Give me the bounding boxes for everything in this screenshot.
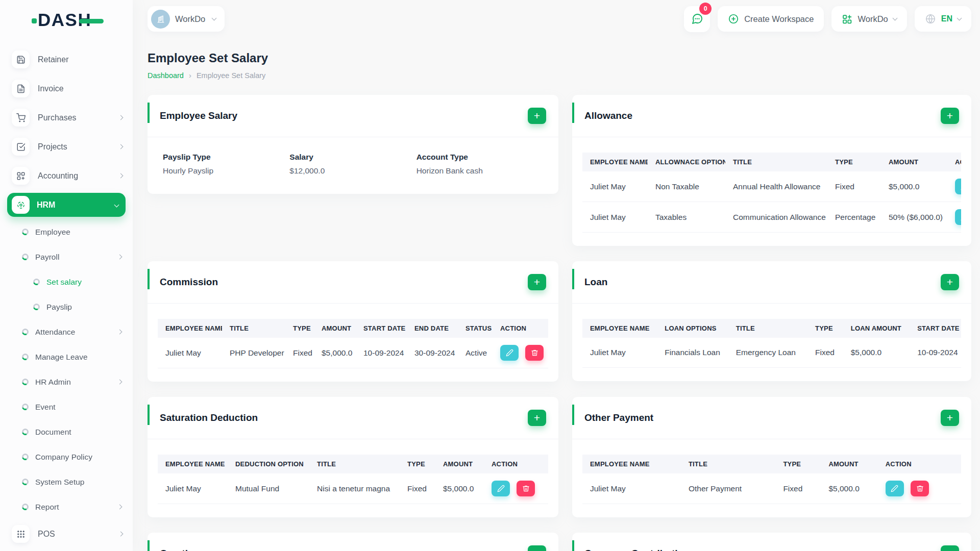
delete-button[interactable] <box>525 345 544 361</box>
globe-icon <box>925 13 936 24</box>
workspace-avatar <box>151 10 170 29</box>
plus-icon: + <box>534 277 540 287</box>
cell: $5,000.0 <box>881 171 947 202</box>
grid-plus-icon <box>12 167 30 185</box>
breadcrumb: Dashboard › Employee Set Salary <box>148 71 980 80</box>
column-header: TITLE <box>309 455 400 473</box>
cell: Juliet May <box>158 473 228 504</box>
sidebar-item-label: Payslip <box>46 303 72 312</box>
cell: 30-09-2024 <box>407 338 458 368</box>
bullet-icon <box>22 404 29 410</box>
edit-button[interactable] <box>500 345 519 361</box>
sidebar-item-retainer[interactable]: Retainer <box>0 45 133 74</box>
other-payment-card: Other Payment + EMPLOYEE NAME TITLE TYPE… <box>572 397 971 517</box>
sidebar-item-set-salary[interactable]: Set salary <box>0 269 133 294</box>
sidebar-item-employee[interactable]: Employee <box>0 219 133 244</box>
plus-icon: + <box>947 412 953 423</box>
breadcrumb-home-link[interactable]: Dashboard <box>148 71 184 80</box>
sidebar-item-label: Set salary <box>46 278 82 287</box>
cell: $5,000.0 <box>821 473 877 504</box>
chevron-right-icon <box>118 115 124 120</box>
cell: PHP Developer <box>222 338 285 368</box>
column-header: TYPE <box>400 455 435 473</box>
commission-card: Commission + EMPLOYEE NAME TITLE TYPE AM… <box>148 261 558 382</box>
field-value: $12,000.0 <box>289 166 416 176</box>
commission-table: EMPLOYEE NAME TITLE TYPE AMOUNT START DA… <box>158 319 548 368</box>
sidebar-item-accounting[interactable]: Accounting <box>0 161 133 190</box>
create-workspace-button[interactable]: Create Workspace <box>718 6 824 32</box>
sidebar-item-payslip[interactable]: Payslip <box>0 294 133 319</box>
sidebar-item-company-policy[interactable]: Company Policy <box>0 444 133 469</box>
delete-button[interactable] <box>517 481 535 496</box>
pos-icon <box>12 525 30 543</box>
app-switcher-button[interactable]: WorkDo <box>831 6 906 32</box>
pencil-icon <box>961 213 962 221</box>
add-overtime-button[interactable]: + <box>528 545 546 551</box>
pencil-icon <box>891 485 898 492</box>
sidebar-item-hrm[interactable]: HRM <box>7 193 126 217</box>
breadcrumb-current: Employee Set Salary <box>197 71 265 80</box>
trash-icon <box>916 485 924 492</box>
sidebar-item-event[interactable]: Event <box>0 394 133 419</box>
table-row: Juliet May Mutual Fund Nisi a tenetur ma… <box>158 473 548 504</box>
add-saturation-deduction-button[interactable]: + <box>528 410 546 426</box>
column-header: EMPLOYEE NAME <box>582 153 648 171</box>
cell-actions <box>947 171 961 202</box>
card-title: Commission <box>160 277 218 288</box>
sidebar-item-purchases[interactable]: Purchases <box>0 103 133 132</box>
edit-button[interactable] <box>492 481 510 496</box>
cell: Financials Loan <box>657 338 728 368</box>
cell: Fixed <box>775 473 821 504</box>
sidebar-item-system-setup[interactable]: System Setup <box>0 469 133 494</box>
column-header: ACTION <box>493 319 548 338</box>
add-company-contribution-button[interactable]: + <box>941 545 959 551</box>
add-other-payment-button[interactable]: + <box>941 410 959 426</box>
language-selector[interactable]: EN <box>915 6 971 32</box>
sidebar-item-manage-leave[interactable]: Manage Leave <box>0 344 133 369</box>
sidebar-item-hr-admin[interactable]: HR Admin <box>0 369 133 394</box>
brand-logo[interactable]: DASH <box>0 3 133 37</box>
sidebar-item-report[interactable]: Report <box>0 494 133 519</box>
sidebar-item-label: Company Policy <box>35 453 92 462</box>
bullet-icon <box>22 254 29 260</box>
card-header: Commission + <box>148 261 558 303</box>
edit-button[interactable] <box>886 481 904 496</box>
column-header: AMOUNT <box>314 319 356 338</box>
column-header: TITLE <box>725 153 827 171</box>
edit-employee-salary-button[interactable]: + <box>528 108 546 124</box>
bullet-icon <box>22 454 29 460</box>
sidebar-item-pos[interactable]: POS <box>0 519 133 548</box>
invoice-icon <box>12 80 30 97</box>
edit-button[interactable] <box>955 209 961 225</box>
sidebar-item-payroll[interactable]: Payroll <box>0 244 133 269</box>
add-allowance-button[interactable]: + <box>941 108 959 124</box>
sidebar-item-crm[interactable]: CRM <box>0 548 133 551</box>
cell: Mutual Fund <box>228 473 309 504</box>
cell: Taxables <box>648 202 725 233</box>
edit-button[interactable] <box>955 179 961 194</box>
add-commission-button[interactable]: + <box>528 274 546 290</box>
sidebar-item-label: HRM <box>37 201 55 210</box>
breadcrumb-separator: › <box>189 71 191 80</box>
workspace-selector[interactable]: WorkDo <box>148 6 225 32</box>
cell: Fixed <box>807 338 843 368</box>
card-title: Employee Salary <box>160 110 237 121</box>
cell: Annual Health Allowance <box>725 171 827 202</box>
delete-button[interactable] <box>911 481 929 496</box>
saturation-deduction-card: Saturation Deduction + EMPLOYEE NAME DED… <box>148 397 558 517</box>
sidebar-item-label: Purchases <box>38 113 77 122</box>
sidebar-item-label: Attendance <box>35 328 75 337</box>
chat-icon <box>691 13 703 25</box>
sidebar-item-document[interactable]: Document <box>0 419 133 444</box>
employee-salary-card: Employee Salary + Payslip Type Hourly Pa… <box>148 95 558 194</box>
card-title: Loan <box>584 277 607 288</box>
cell: Fixed <box>827 171 881 202</box>
cell: Other Payment <box>681 473 776 504</box>
sidebar-item-attendance[interactable]: Attendance <box>0 319 133 344</box>
messages-button[interactable]: 0 <box>684 6 710 32</box>
column-header: TYPE <box>827 153 881 171</box>
sidebar-item-invoice[interactable]: Invoice <box>0 74 133 103</box>
sidebar-item-projects[interactable]: Projects <box>0 132 133 161</box>
sidebar: DASH Retainer Invoice Purchases <box>0 0 133 551</box>
add-loan-button[interactable]: + <box>941 274 959 290</box>
